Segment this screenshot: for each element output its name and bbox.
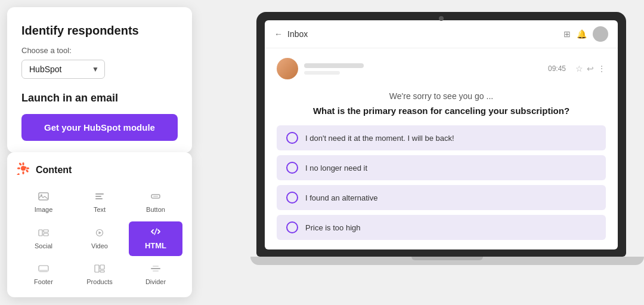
content-item-social[interactable]: Social — [17, 221, 70, 256]
svg-rect-28 — [153, 266, 159, 267]
survey-option-1[interactable]: I don't need it at the moment. I will be… — [277, 125, 606, 150]
option-text-4: Price is too high — [305, 223, 361, 232]
svg-rect-7 — [17, 173, 20, 175]
video-icon — [94, 229, 105, 239]
button-label: Button — [146, 206, 165, 213]
email-toolbar: ← Inbox ⊞ 🔔 — [265, 20, 618, 48]
content-title: Content — [36, 165, 72, 175]
svg-rect-25 — [100, 265, 104, 269]
text-icon — [94, 192, 105, 203]
survey-option-3[interactable]: I found an alternative — [277, 185, 606, 210]
svg-rect-16 — [39, 230, 42, 236]
svg-rect-26 — [100, 270, 104, 272]
laptop: ← Inbox ⊞ 🔔 — [250, 12, 632, 295]
survey-question: What is the primary reason for canceling… — [277, 106, 606, 116]
products-icon — [94, 264, 105, 275]
svg-rect-23 — [39, 270, 48, 272]
laptop-screen: ← Inbox ⊞ 🔔 — [265, 20, 618, 249]
products-label: Products — [86, 278, 112, 285]
content-header: Content — [17, 162, 182, 178]
content-item-video[interactable]: Video — [73, 221, 126, 256]
html-label: HTML — [145, 241, 166, 250]
svg-rect-24 — [95, 265, 99, 272]
inbox-label: Inbox — [287, 29, 559, 39]
radio-2[interactable] — [286, 162, 298, 174]
divider-label: Divider — [145, 278, 166, 285]
svg-rect-18 — [44, 233, 48, 236]
survey-option-4[interactable]: Price is too high — [277, 215, 606, 240]
svg-rect-12 — [95, 196, 101, 197]
svg-rect-1 — [23, 162, 24, 165]
launch-label: Launch in an email — [21, 92, 178, 104]
email-time: 09:45 — [548, 64, 566, 73]
grid-icon[interactable]: ⊞ — [564, 29, 571, 39]
button-icon — [150, 192, 161, 203]
hubspot-icon — [17, 162, 30, 178]
radio-3[interactable] — [286, 192, 298, 204]
survey-options: I don't need it at the moment. I will be… — [277, 125, 606, 240]
tool-select-wrapper[interactable]: HubSpot Mailchimp Klaviyo ▼ — [21, 60, 105, 79]
image-icon — [38, 192, 49, 203]
sender-info — [304, 63, 542, 75]
identify-panel: Identify respondents Choose a tool: HubS… — [7, 7, 192, 153]
svg-rect-17 — [44, 230, 48, 232]
get-hubspot-module-button[interactable]: Get your HubSpot module — [21, 114, 178, 141]
back-arrow-icon[interactable]: ← — [274, 29, 283, 39]
sorry-text: We're sorry to see you go ... — [277, 91, 606, 101]
svg-marker-20 — [99, 231, 102, 234]
email-survey: We're sorry to see you go ... What is th… — [277, 91, 606, 240]
svg-rect-29 — [153, 270, 159, 272]
svg-rect-13 — [95, 198, 103, 199]
content-panel: Content Image Text — [7, 152, 192, 297]
svg-rect-6 — [26, 170, 29, 173]
star-icon[interactable]: ☆ — [575, 64, 583, 73]
footer-icon — [38, 264, 49, 275]
option-text-3: I found an alternative — [305, 193, 377, 202]
social-label: Social — [35, 242, 52, 249]
svg-rect-2 — [23, 171, 24, 174]
laptop-body: ← Inbox ⊞ 🔔 — [256, 12, 626, 257]
content-item-divider[interactable]: Divider — [129, 258, 182, 291]
panel-title: Identify respondents — [21, 24, 178, 38]
radio-1[interactable] — [286, 132, 298, 144]
sender-name-placeholder — [304, 63, 364, 68]
survey-option-2[interactable]: I no longer need it — [277, 155, 606, 180]
avatar[interactable] — [593, 26, 608, 42]
svg-rect-5 — [18, 162, 22, 166]
radio-4[interactable] — [286, 221, 298, 233]
email-client: ← Inbox ⊞ 🔔 — [265, 20, 618, 249]
svg-rect-15 — [153, 196, 158, 197]
content-item-html[interactable]: HTML — [129, 221, 182, 256]
content-item-text[interactable]: Text — [73, 186, 126, 219]
email-content: 09:45 ☆ ↩ ⋮ We're sorry to see you go ..… — [265, 48, 618, 249]
social-icon — [38, 229, 49, 239]
reply-icon[interactable]: ↩ — [587, 64, 594, 73]
image-label: Image — [35, 206, 53, 213]
text-label: Text — [94, 206, 106, 213]
divider-icon — [150, 264, 161, 275]
tool-select[interactable]: HubSpot Mailchimp Klaviyo — [21, 60, 105, 79]
svg-rect-3 — [17, 168, 20, 170]
email-meta-icons: ☆ ↩ ⋮ — [575, 64, 606, 73]
content-grid: Image Text Button — [17, 186, 182, 291]
svg-rect-4 — [26, 168, 29, 170]
video-label: Video — [91, 242, 108, 249]
svg-line-21 — [154, 229, 157, 235]
content-item-button[interactable]: Button — [129, 186, 182, 219]
html-icon — [150, 227, 161, 238]
svg-rect-11 — [95, 193, 104, 195]
email-header-row: 09:45 ☆ ↩ ⋮ — [277, 58, 606, 79]
toolbar-icons: ⊞ 🔔 — [564, 26, 608, 42]
content-item-image[interactable]: Image — [17, 186, 70, 219]
option-text-1: I don't need it at the moment. I will be… — [305, 134, 454, 143]
sender-sub-placeholder — [304, 71, 340, 75]
content-item-products[interactable]: Products — [73, 258, 126, 291]
laptop-base — [250, 257, 644, 265]
choose-label: Choose a tool: — [21, 46, 178, 55]
content-item-footer[interactable]: Footer — [17, 258, 70, 291]
footer-label: Footer — [34, 278, 53, 285]
more-icon[interactable]: ⋮ — [597, 64, 606, 73]
sender-avatar — [277, 58, 298, 79]
bell-icon[interactable]: 🔔 — [577, 29, 587, 39]
laptop-camera — [439, 16, 444, 21]
